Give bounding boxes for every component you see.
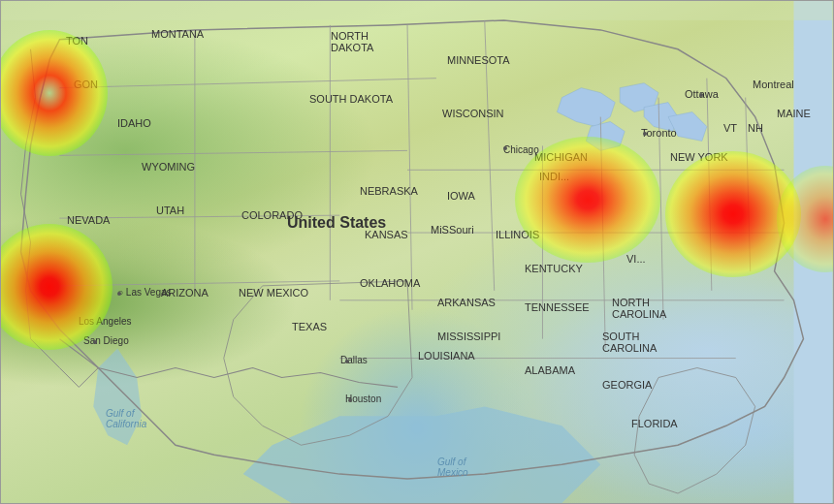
svg-line-14 bbox=[746, 98, 751, 271]
svg-line-4 bbox=[59, 215, 339, 218]
svg-rect-1 bbox=[2, 1, 833, 20]
svg-line-8 bbox=[407, 25, 412, 310]
states-overlay bbox=[1, 1, 833, 503]
svg-line-2 bbox=[59, 79, 436, 88]
svg-line-3 bbox=[59, 150, 407, 155]
svg-line-12 bbox=[658, 98, 663, 320]
map-container: MONTANA NORTHDAKOTA SOUTH DAKOTA MINNESO… bbox=[0, 0, 834, 504]
svg-line-9 bbox=[485, 20, 495, 291]
svg-line-13 bbox=[707, 79, 712, 291]
svg-line-5 bbox=[59, 281, 339, 286]
svg-rect-0 bbox=[794, 1, 833, 503]
